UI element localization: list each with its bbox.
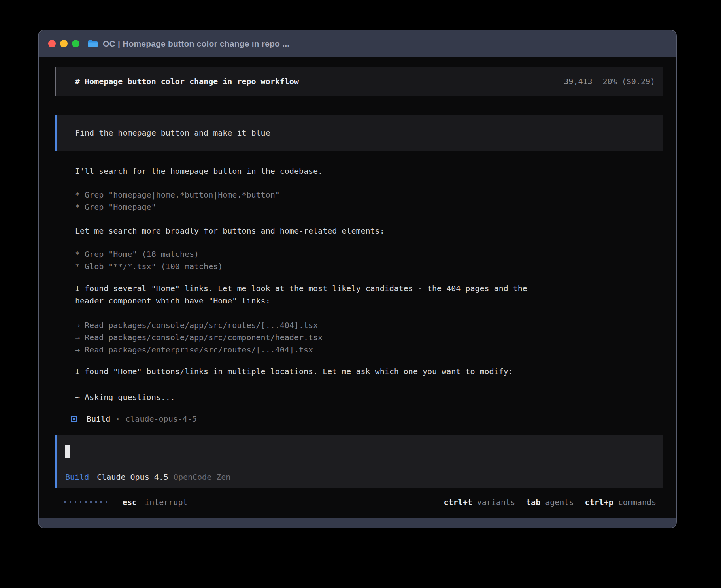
activity-spinner-icon <box>64 501 107 503</box>
close-button[interactable] <box>48 40 56 47</box>
terminal-content: # Homepage button color change in repo w… <box>39 57 676 518</box>
input-model-label: Claude Opus 4.5 <box>97 472 168 482</box>
token-count: 39,413 <box>564 77 592 86</box>
input-footer: Build Claude Opus 4.5 OpenCode Zen <box>65 472 663 482</box>
text-cursor <box>65 445 70 458</box>
folder-icon <box>88 40 98 48</box>
hint-commands: ctrl+p commands <box>585 498 656 507</box>
window-title: OC | Homepage button color change in rep… <box>103 39 289 49</box>
file-read-group: → Read packages/console/app/src/routes/[… <box>55 319 663 356</box>
keyboard-hints: ctrl+t variants tab agents ctrl+p comman… <box>444 498 656 507</box>
window-titlebar[interactable]: OC | Homepage button color change in rep… <box>39 30 676 57</box>
assistant-text: I found "Home" buttons/links in multiple… <box>55 366 663 378</box>
interrupt-label: interrupt <box>145 498 187 507</box>
window-footer-strip <box>39 518 676 528</box>
user-message-text: Find the homepage button and make it blu… <box>75 128 270 138</box>
assistant-text: I'll search for the homepage button in t… <box>55 165 663 177</box>
assistant-text-line: I found several "Home" links. Let me loo… <box>55 283 663 295</box>
tool-call-line: * Grep "Homepage" <box>55 201 663 213</box>
session-title: # Homepage button color change in repo w… <box>75 77 299 86</box>
input-mode-label: Build <box>65 472 89 482</box>
file-read-line: → Read packages/enterprise/src/routes/[.… <box>55 344 663 356</box>
file-read-line: → Read packages/console/app/src/componen… <box>55 332 663 344</box>
minimize-button[interactable] <box>60 40 68 47</box>
file-read-line: → Read packages/console/app/src/routes/[… <box>55 319 663 332</box>
terminal-window: OC | Homepage button color change in rep… <box>38 30 677 528</box>
tool-call-group: * Grep "Home" (18 matches) * Glob "**/*.… <box>55 248 663 273</box>
activity-status: ~ Asking questions... <box>55 391 663 403</box>
assistant-text: Let me search more broadly for buttons a… <box>55 225 663 237</box>
tool-call-line: * Grep "Home" (18 matches) <box>55 248 663 260</box>
session-header: # Homepage button color change in repo w… <box>55 67 663 96</box>
tool-call-group: * Grep "homepage|home.*button|Home.*butt… <box>55 189 663 213</box>
agent-row: Build · claude-opus-4-5 <box>55 413 663 425</box>
agent-separator: · <box>115 413 120 425</box>
input-provider-label: OpenCode Zen <box>174 472 231 482</box>
agent-build-icon <box>71 416 77 422</box>
session-stats: 39,41320% ($0.29) <box>564 77 655 86</box>
assistant-text-line: header component which have "Home" links… <box>55 295 663 307</box>
agent-model: claude-opus-4-5 <box>125 413 197 425</box>
desktop: { "colors": { "accent_blue": "#4e86e0", … <box>0 0 721 588</box>
hint-variants: ctrl+t variants <box>444 498 515 507</box>
user-message: Find the homepage button and make it blu… <box>55 115 663 151</box>
context-usage: 20% ($0.29) <box>603 77 655 86</box>
tool-call-line: * Glob "**/*.tsx" (100 matches) <box>55 260 663 273</box>
prompt-input[interactable]: Build Claude Opus 4.5 OpenCode Zen <box>55 435 663 488</box>
assistant-text: I found several "Home" links. Let me loo… <box>55 283 663 307</box>
hint-agents: tab agents <box>526 498 574 507</box>
status-bar: esc interrupt ctrl+t variants tab agents… <box>55 497 663 508</box>
interrupt-key: esc <box>123 498 137 507</box>
tool-call-line: * Grep "homepage|home.*button|Home.*butt… <box>55 189 663 201</box>
zoom-button[interactable] <box>72 40 79 47</box>
agent-name: Build <box>87 413 110 425</box>
